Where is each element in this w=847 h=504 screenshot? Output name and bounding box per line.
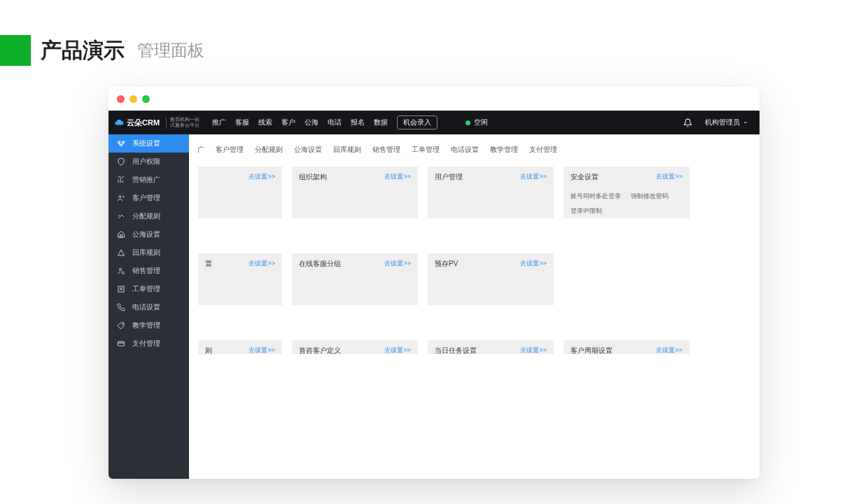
tab-partial[interactable]: 广: [196, 141, 210, 158]
sidebar-item-phone-settings[interactable]: 电话设置: [108, 298, 189, 316]
go-settings-link[interactable]: 去设置>>: [520, 346, 547, 354]
sidebar-label: 客户管理: [132, 193, 160, 203]
sidebar-label: 营销推广: [132, 175, 160, 185]
go-settings-link[interactable]: 去设置>>: [384, 172, 411, 181]
content-area: 广 客户管理 分配规则 公海设置 回库规则 销售管理 工单管理 电话设置 教学管…: [189, 134, 760, 479]
status-indicator[interactable]: 空闲: [465, 118, 488, 127]
tag-icon: [117, 321, 125, 330]
tab-sales-management[interactable]: 销售管理: [367, 141, 406, 158]
maximize-dot[interactable]: [142, 95, 150, 103]
nav-data[interactable]: 数据: [374, 118, 388, 127]
sidebar-label: 电话设置: [132, 302, 160, 312]
tab-payment-management[interactable]: 支付管理: [524, 141, 563, 158]
user-icon: [117, 194, 125, 202]
go-settings-link[interactable]: 去设置>>: [656, 172, 682, 181]
tab-customer-management[interactable]: 客户管理: [210, 141, 249, 158]
tab-ticket-management[interactable]: 工单管理: [406, 141, 445, 158]
sidebar-label: 公海设置: [132, 230, 160, 239]
bell-icon[interactable]: [683, 118, 692, 127]
title-accent-square: [0, 35, 31, 66]
user-search-icon: [117, 267, 125, 275]
sidebar-item-allocation-rules[interactable]: 分配规则: [108, 207, 189, 225]
chart-icon: [117, 176, 125, 184]
nav-promotion[interactable]: 推广: [212, 118, 226, 127]
card-row-1: 去设置>> 组织架构 去设置>> 用户管理 去设置>> 安全设置 去设置>>: [199, 167, 750, 218]
svg-rect-0: [118, 141, 120, 143]
record-opportunity-button[interactable]: 机会录入: [397, 115, 438, 130]
security-sub-item[interactable]: 账号同时多处登录: [570, 192, 621, 201]
go-settings-link[interactable]: 去设置>>: [384, 259, 411, 268]
cloud-icon: [114, 118, 124, 127]
sidebar-item-marketing[interactable]: 营销推广: [108, 171, 189, 189]
go-settings-link[interactable]: 去设置>>: [248, 346, 275, 354]
sidebar-item-customer-management[interactable]: 客户管理: [108, 189, 189, 207]
online-service-group-card: 在线客服分组 去设置>>: [292, 253, 418, 305]
sidebar-label: 工单管理: [132, 284, 160, 294]
sidebar-item-pool-settings[interactable]: 公海设置: [108, 225, 189, 244]
rule-icon: [117, 212, 125, 220]
settings-card: 置 去设置>>: [198, 253, 282, 305]
user-management-card: 用户管理 去设置>>: [428, 167, 554, 218]
logo-tagline: 教育机构一站式服务云平台: [166, 117, 200, 129]
svg-rect-2: [120, 144, 122, 146]
nav-pool[interactable]: 公海: [304, 118, 318, 127]
status-dot-icon: [465, 120, 470, 125]
svg-point-14: [120, 269, 122, 271]
settings-card: 去设置>>: [198, 167, 282, 218]
sidebar-item-user-permissions[interactable]: 用户权限: [108, 153, 189, 171]
logo-text: 云朵CRM: [127, 118, 160, 128]
tab-return-rules[interactable]: 回库规则: [328, 141, 367, 158]
house-icon: [117, 230, 125, 239]
list-icon: [117, 285, 125, 293]
nav-phone[interactable]: 电话: [328, 118, 342, 127]
sidebar-item-teaching-management[interactable]: 教学管理: [108, 316, 189, 335]
sub-tabs: 广 客户管理 分配规则 公海设置 回库规则 销售管理 工单管理 电话设置 教学管…: [189, 134, 760, 158]
sidebar-label: 系统设置: [132, 139, 160, 148]
go-settings-link[interactable]: 去设置>>: [248, 259, 275, 268]
sidebar-label: 教学管理: [132, 321, 160, 330]
close-dot[interactable]: [117, 95, 125, 103]
daily-task-card: 当日任务设置 去设置>>: [428, 340, 554, 354]
card-icon: [117, 340, 125, 348]
sidebar-item-sales-management[interactable]: 销售管理: [108, 262, 189, 280]
tab-pool-settings[interactable]: 公海设置: [288, 141, 328, 158]
top-nav: 推广 客服 线索 客户 公海 电话 报名 数据 机会录入: [212, 115, 438, 130]
sidebar-item-payment-management[interactable]: 支付管理: [108, 335, 189, 353]
go-settings-link[interactable]: 去设置>>: [384, 346, 411, 354]
window-chrome: [108, 87, 760, 111]
go-settings-link[interactable]: 去设置>>: [656, 346, 682, 354]
tab-allocation-rules[interactable]: 分配规则: [249, 141, 288, 158]
minimize-dot[interactable]: [130, 95, 137, 103]
sidebar-item-return-rules[interactable]: 回库规则: [108, 244, 189, 262]
svg-line-16: [124, 274, 125, 274]
logo[interactable]: 云朵CRM 教育机构一站式服务云平台: [108, 117, 205, 129]
sidebar-label: 分配规则: [132, 211, 160, 221]
triangle-icon: [117, 248, 125, 257]
security-sub-item[interactable]: 登录IP限制: [570, 206, 602, 216]
security-sub-item[interactable]: 强制修改密码: [631, 192, 668, 201]
go-settings-link[interactable]: 去设置>>: [520, 259, 547, 268]
svg-point-20: [122, 324, 123, 325]
card-row-3: 则 去设置>> 首咨客户定义 去设置>> 当日任务设置 去设置>> 客户周期设置…: [199, 340, 750, 354]
settings-icon: [117, 139, 125, 148]
tab-teaching-management[interactable]: 教学管理: [484, 141, 524, 158]
user-dropdown[interactable]: 机构管理员: [705, 118, 748, 127]
sidebar-item-ticket-management[interactable]: 工单管理: [108, 280, 189, 298]
user-label: 机构管理员: [705, 118, 740, 127]
nav-customers[interactable]: 客户: [281, 118, 295, 127]
customer-cycle-card: 客户周期设置 去设置>>: [564, 340, 690, 354]
sidebar: 系统设置 用户权限 营销推广 客户管理 分配规则 公海设置: [108, 134, 189, 479]
chevron-down-icon: [743, 120, 748, 125]
nav-signup[interactable]: 报名: [351, 118, 365, 127]
nav-service[interactable]: 客服: [235, 118, 249, 127]
sidebar-item-system-settings[interactable]: 系统设置: [108, 134, 189, 153]
phone-icon: [117, 303, 125, 312]
go-settings-link[interactable]: 去设置>>: [520, 172, 547, 181]
app-window: 云朵CRM 教育机构一站式服务云平台 推广 客服 线索 客户 公海 电话 报名 …: [108, 87, 760, 479]
shield-icon: [117, 158, 125, 166]
tab-phone-settings[interactable]: 电话设置: [445, 141, 484, 158]
nav-leads[interactable]: 线索: [258, 118, 272, 127]
card-row-2: 置 去设置>> 在线客服分组 去设置>> 预存PV 去设置>>: [199, 253, 750, 305]
prestore-pv-card: 预存PV 去设置>>: [428, 253, 554, 305]
go-settings-link[interactable]: 去设置>>: [248, 172, 275, 181]
